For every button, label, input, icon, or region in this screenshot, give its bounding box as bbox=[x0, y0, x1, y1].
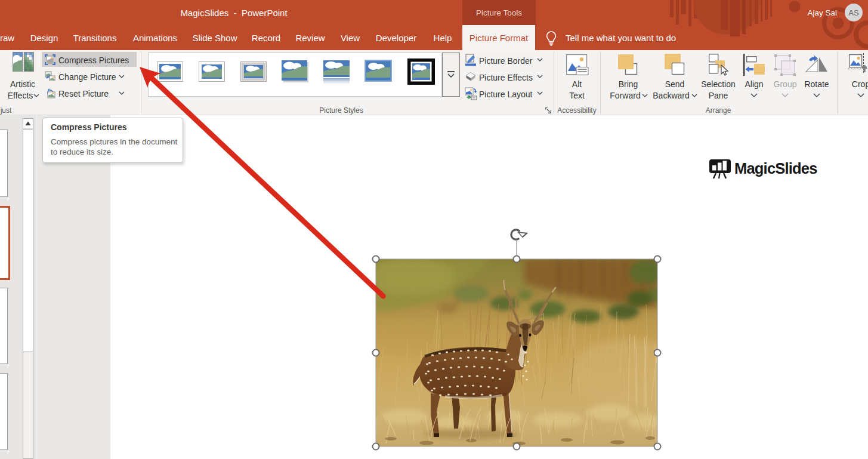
svg-text:MagicSlides: MagicSlides bbox=[734, 160, 817, 177]
